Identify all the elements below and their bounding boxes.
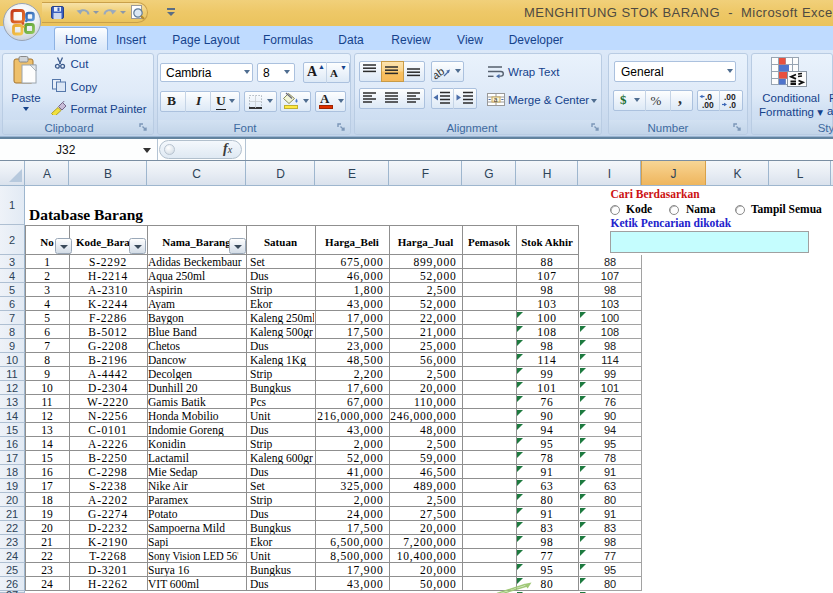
svg-text:.00: .00 [702, 100, 714, 109]
svg-text:a: a [494, 96, 498, 103]
svg-text:.0: .0 [729, 100, 736, 109]
svg-text:ab: ab [434, 65, 446, 80]
